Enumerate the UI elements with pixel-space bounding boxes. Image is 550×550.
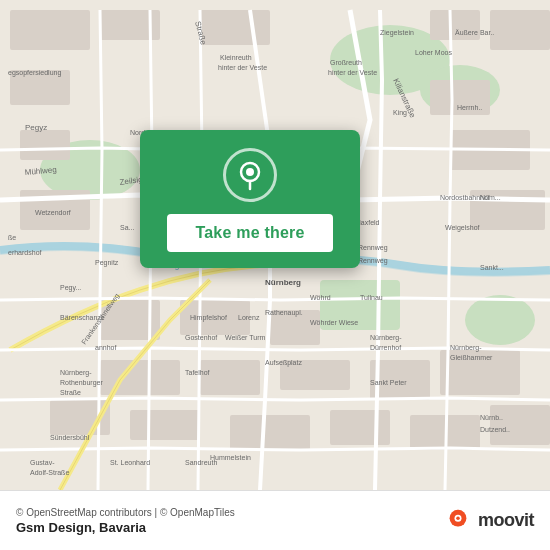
moovit-logo-icon [444, 507, 472, 535]
svg-text:Loher Moos: Loher Moos [415, 49, 452, 56]
svg-text:Rathenaupl.: Rathenaupl. [265, 309, 303, 317]
svg-text:Adolf-Straße: Adolf-Straße [30, 469, 69, 476]
svg-text:Herrnh..: Herrnh.. [457, 104, 482, 111]
location-label: Gsm Design, Bavaria [16, 520, 235, 535]
svg-text:Nürnberg-: Nürnberg- [450, 344, 482, 352]
svg-text:Pegy...: Pegy... [60, 284, 81, 292]
svg-text:Rennweg: Rennweg [358, 257, 388, 265]
svg-text:Gostenhof: Gostenhof [185, 334, 217, 341]
svg-text:Sankt Peter: Sankt Peter [370, 379, 407, 386]
svg-rect-8 [200, 10, 270, 45]
svg-text:Rothenburger: Rothenburger [60, 379, 103, 387]
svg-point-4 [465, 295, 535, 345]
svg-text:Nüm...: Nüm... [480, 194, 501, 201]
svg-rect-10 [490, 10, 550, 50]
svg-text:Tafelhof: Tafelhof [185, 369, 210, 376]
svg-rect-6 [10, 10, 90, 50]
svg-text:Gleißhammer: Gleißhammer [450, 354, 493, 361]
svg-text:Rennweg: Rennweg [358, 244, 388, 252]
svg-text:Nürnberg-: Nürnberg- [60, 369, 92, 377]
svg-text:egsopfersiedlung: egsopfersiedlung [8, 69, 61, 77]
svg-text:Hummelstein: Hummelstein [210, 454, 251, 461]
location-icon-wrapper [223, 148, 277, 202]
svg-text:Weißer Turm: Weißer Turm [225, 334, 265, 341]
svg-text:Straße: Straße [60, 389, 81, 396]
take-me-there-button[interactable]: Take me there [167, 214, 332, 252]
svg-text:Wöhrder Wiese: Wöhrder Wiese [310, 319, 358, 326]
svg-rect-12 [20, 130, 70, 160]
svg-text:Pegnitz: Pegnitz [95, 259, 119, 267]
svg-text:hinter der Veste: hinter der Veste [328, 69, 377, 76]
svg-text:Lorenz: Lorenz [238, 314, 260, 321]
svg-point-95 [456, 516, 460, 520]
moovit-text: moovit [478, 510, 534, 531]
svg-text:Gustav-: Gustav- [30, 459, 55, 466]
svg-text:Nürnb..: Nürnb.. [480, 414, 503, 421]
attribution-text: © OpenStreetMap contributors | © OpenMap… [16, 507, 235, 518]
location-card: Take me there [140, 130, 360, 268]
svg-text:Wetzendorf: Wetzendorf [35, 209, 71, 216]
svg-text:Pegyz: Pegyz [25, 123, 47, 132]
bottom-left: © OpenStreetMap contributors | © OpenMap… [16, 507, 235, 535]
svg-text:annhof: annhof [95, 344, 116, 351]
svg-text:Tullnau: Tullnau [360, 294, 383, 301]
svg-point-92 [246, 168, 254, 176]
svg-text:erhardshof: erhardshof [8, 249, 42, 256]
svg-text:Kleinreuth: Kleinreuth [220, 54, 252, 61]
map-area: Mühlweg Wetzendorf Zeilsigweg Nordwestri… [0, 0, 550, 490]
svg-rect-26 [130, 410, 200, 440]
svg-text:Sankt...: Sankt... [480, 264, 504, 271]
svg-rect-30 [490, 405, 550, 445]
svg-text:Aufseßplatz: Aufseßplatz [265, 359, 302, 367]
svg-rect-28 [330, 410, 390, 445]
svg-text:Wöhrd: Wöhrd [310, 294, 331, 301]
svg-text:Nürnberg: Nürnberg [265, 278, 301, 287]
svg-text:Großreuth: Großreuth [330, 59, 362, 66]
svg-rect-27 [230, 415, 310, 450]
svg-text:Weigelshof: Weigelshof [445, 224, 480, 232]
svg-text:hinter der Veste: hinter der Veste [218, 64, 267, 71]
svg-text:Sa...: Sa... [120, 224, 134, 231]
svg-text:St. Leonhard: St. Leonhard [110, 459, 150, 466]
bottom-bar: © OpenStreetMap contributors | © OpenMap… [0, 490, 550, 550]
svg-rect-21 [200, 360, 260, 395]
svg-text:Äußere Bar..: Äußere Bar.. [455, 29, 494, 36]
svg-text:Nürnberg-: Nürnberg- [370, 334, 402, 342]
svg-text:Ziegelstein: Ziegelstein [380, 29, 414, 37]
svg-text:Dutzend..: Dutzend.. [480, 426, 510, 433]
svg-text:ße: ße [8, 234, 16, 241]
svg-text:Dürrenhof: Dürrenhof [370, 344, 401, 351]
location-pin-icon [234, 159, 266, 191]
svg-text:Sündersbühl: Sündersbühl [50, 434, 90, 441]
svg-text:Himpfelshof: Himpfelshof [190, 314, 227, 322]
moovit-logo: moovit [444, 507, 534, 535]
